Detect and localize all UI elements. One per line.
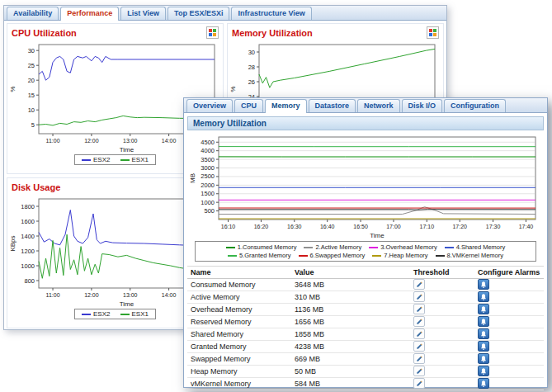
threshold-edit-icon[interactable] <box>413 304 425 314</box>
legend-item-4-shared-memory: 4.Shared Memory <box>445 243 506 251</box>
legend-item-5-granted-memory: 5.Granted Memory <box>228 252 291 259</box>
svg-text:1500: 1500 <box>201 190 215 197</box>
svg-text:Time: Time <box>370 232 385 239</box>
legend-item-2-active-memory: 2.Active Memory <box>304 243 361 251</box>
svg-text:13:00: 13:00 <box>123 138 138 144</box>
memory-detail-chart: 5001000150020002500300035004000450016:10… <box>187 132 544 239</box>
threshold-edit-icon[interactable] <box>413 316 425 327</box>
threshold-edit-icon[interactable] <box>413 366 425 376</box>
metric-name: Swapped Memory <box>191 355 295 363</box>
configure-alarm-icon[interactable] <box>478 366 489 376</box>
memory-detail-body: Memory Utilization 500100015002000250030… <box>184 113 547 387</box>
legend-item-esx1: ESX1 <box>120 310 149 318</box>
configure-alarm-icon[interactable] <box>478 316 489 327</box>
svg-text:17:20: 17:20 <box>452 224 467 229</box>
metric-value: 310 MB <box>295 293 413 301</box>
threshold-edit-icon[interactable] <box>413 328 425 339</box>
tab-list-view[interactable]: List View <box>120 7 166 20</box>
metric-value: 1656 MB <box>295 318 413 326</box>
threshold-edit-icon[interactable] <box>413 279 425 290</box>
table-row-heap-memory: Heap Memory50 MB <box>187 366 544 378</box>
metric-value: 669 MB <box>295 355 413 363</box>
svg-text:12:00: 12:00 <box>84 292 99 298</box>
svg-text:30: 30 <box>248 49 255 56</box>
column-header-name: Name <box>191 268 295 276</box>
tab-network[interactable]: Network <box>357 99 400 112</box>
configure-alarm-icon[interactable] <box>478 328 489 339</box>
tab-memory[interactable]: Memory <box>265 99 307 113</box>
table-row-granted-memory: Granted Memory4238 MB <box>187 341 544 353</box>
tab-performance[interactable]: Performance <box>60 7 119 21</box>
svg-text:1800: 1800 <box>21 203 35 210</box>
svg-text:13:00: 13:00 <box>123 292 138 298</box>
svg-text:800: 800 <box>24 277 35 285</box>
svg-text:3000: 3000 <box>201 164 215 172</box>
metric-value: 1858 MB <box>295 330 413 338</box>
tab-cpu[interactable]: CPU <box>234 99 263 112</box>
svg-text:%: % <box>9 86 17 92</box>
memory-metrics-table: NameValueThresholdConfigure AlarmsConsum… <box>187 266 544 390</box>
tab-overview[interactable]: Overview <box>186 99 233 112</box>
configure-alarm-icon[interactable] <box>478 378 489 389</box>
disk-panel-title: Disk Usage <box>12 182 60 192</box>
legend-item-esx2: ESX2 <box>82 156 110 163</box>
metric-value: 1136 MB <box>295 305 413 314</box>
metric-name: Overhead Memory <box>191 305 295 314</box>
svg-text:1600: 1600 <box>21 218 35 225</box>
table-row-reserved-memory: Reserved Memory1656 MB <box>187 316 544 328</box>
column-header-threshold: Threshold <box>413 268 478 276</box>
cpu-panel-header: CPU Utilization <box>7 24 223 40</box>
memory-panel-header: Memory Utilization <box>228 24 443 40</box>
svg-text:11:00: 11:00 <box>46 138 60 144</box>
configure-alarm-icon[interactable] <box>478 353 489 364</box>
configure-alarm-icon[interactable] <box>478 291 489 302</box>
svg-text:1200: 1200 <box>21 248 35 255</box>
tab-top-esx-esxi[interactable]: Top ESX/ESXi <box>167 7 229 20</box>
svg-text:16:20: 16:20 <box>254 224 269 229</box>
svg-text:2500: 2500 <box>201 172 215 180</box>
configure-alarm-icon[interactable] <box>478 341 489 352</box>
svg-text:1000: 1000 <box>201 199 215 206</box>
svg-text:%: % <box>229 86 237 92</box>
svg-text:11:00: 11:00 <box>46 292 60 298</box>
svg-text:16:50: 16:50 <box>353 224 368 229</box>
svg-text:17:10: 17:10 <box>420 224 435 229</box>
tab-configuration[interactable]: Configuration <box>444 99 506 112</box>
tab-availability[interactable]: Availability <box>7 7 59 20</box>
svg-text:14:00: 14:00 <box>162 292 177 298</box>
svg-text:5: 5 <box>31 121 35 129</box>
table-row-swapped-memory: Swapped Memory669 MB <box>187 353 544 366</box>
column-header-value: Value <box>295 268 413 276</box>
threshold-edit-icon[interactable] <box>413 378 425 389</box>
svg-text:1000: 1000 <box>21 262 35 270</box>
tab-disk-i-o[interactable]: Disk I/O <box>402 99 443 112</box>
svg-text:4000: 4000 <box>201 147 215 154</box>
chart-options-icon[interactable] <box>206 26 219 39</box>
tab-infrastructure-view[interactable]: Infrastructure View <box>231 7 311 20</box>
metric-name: Reserved Memory <box>191 318 295 326</box>
configure-alarm-icon[interactable] <box>478 304 489 314</box>
legend-item-8-vmkernel-memory: 8.VMKernel Memory <box>436 252 503 259</box>
tab-datastore[interactable]: Datastore <box>309 99 356 112</box>
svg-text:4500: 4500 <box>201 139 215 146</box>
svg-text:15: 15 <box>28 92 35 99</box>
svg-text:17:40: 17:40 <box>519 224 534 229</box>
memory-panel-title: Memory Utilization <box>232 28 313 38</box>
threshold-edit-icon[interactable] <box>413 353 425 364</box>
metric-value: 4238 MB <box>295 342 413 351</box>
chart-options-icon[interactable] <box>427 26 439 39</box>
configure-alarm-icon[interactable] <box>478 279 489 290</box>
table-row-vmkernel-memory: vMKernel Memory584 MB <box>187 378 544 390</box>
desktop: AvailabilityPerformanceList ViewTop ESX/… <box>0 0 552 392</box>
legend-item-6-swapped-memory: 6.Swapped Memory <box>299 252 366 259</box>
threshold-edit-icon[interactable] <box>413 291 425 302</box>
column-header-configure-alarms: Configure Alarms <box>478 268 540 276</box>
svg-text:10: 10 <box>28 106 35 114</box>
svg-text:KBps: KBps <box>9 235 17 251</box>
table-row-active-memory: Active Memory310 MB <box>187 291 544 304</box>
threshold-edit-icon[interactable] <box>413 341 425 352</box>
svg-text:2000: 2000 <box>201 182 215 189</box>
legend-color-dash <box>369 247 378 248</box>
legend-color-dash <box>228 255 237 257</box>
svg-text:16:40: 16:40 <box>320 224 335 229</box>
